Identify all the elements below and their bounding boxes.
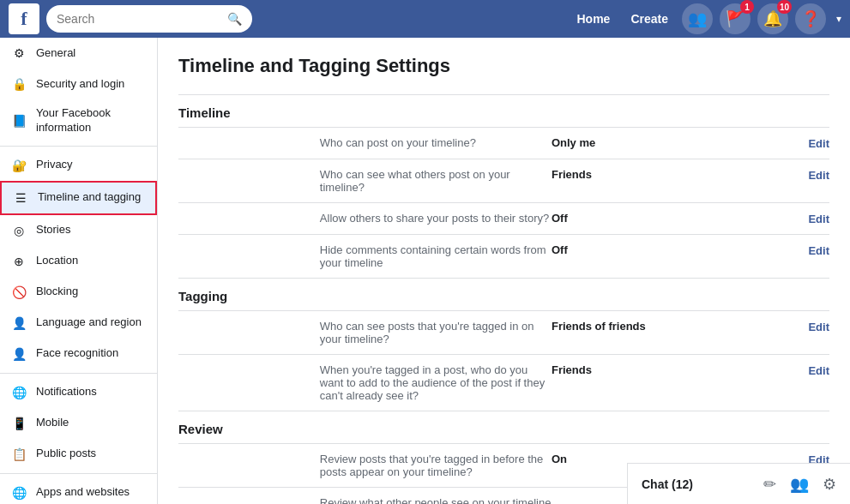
setting-value: Off	[552, 203, 691, 235]
sidebar-item-label: Privacy	[36, 158, 73, 172]
section-header-tagging: Tagging	[178, 279, 829, 311]
sidebar-item-blocking[interactable]: 🚫 Blocking	[0, 277, 157, 308]
setting-question: Review posts that you're tagged in befor…	[320, 444, 552, 488]
chat-people-icon[interactable]: 👥	[790, 475, 809, 494]
facebook-info-icon: 📘	[10, 112, 27, 129]
setting-action[interactable]: Edit	[691, 159, 829, 203]
help-icon-button[interactable]: ❓	[795, 3, 826, 34]
alerts-icon-button[interactable]: 🔔 10	[757, 3, 788, 34]
sidebar: ⚙ General 🔒 Security and login 📘 Your Fa…	[0, 38, 158, 504]
privacy-icon: 🔐	[10, 157, 27, 174]
people-icon: 👥	[688, 9, 707, 28]
setting-action[interactable]: Edit	[691, 355, 829, 411]
edit-link[interactable]: Edit	[808, 213, 829, 225]
chat-settings-icon[interactable]: ⚙	[823, 475, 836, 494]
sidebar-item-location[interactable]: ⊕ Location	[0, 246, 157, 277]
setting-value: Off	[552, 235, 691, 279]
main-content-area: Timeline and Tagging Settings Timeline W…	[158, 38, 850, 504]
blocking-icon: 🚫	[10, 284, 27, 301]
friends-icon-button[interactable]: 👥	[682, 3, 713, 34]
sidebar-item-stories[interactable]: ◎ Stories	[0, 215, 157, 246]
search-bar[interactable]: 🔍	[46, 5, 252, 33]
sidebar-item-label: General	[36, 46, 75, 61]
fb-f-letter: f	[21, 8, 27, 30]
sidebar-item-timeline-tagging[interactable]: ☰ Timeline and tagging	[0, 181, 157, 215]
sidebar-item-privacy[interactable]: 🔐 Privacy	[0, 150, 157, 181]
mobile-icon: 📱	[10, 415, 27, 432]
setting-action[interactable]: Edit	[691, 203, 829, 235]
sidebar-item-security-login[interactable]: 🔒 Security and login	[0, 69, 157, 99]
search-input[interactable]	[57, 12, 222, 26]
sidebar-item-apps-websites[interactable]: 🌐 Apps and websites	[0, 477, 157, 504]
setting-value: Only me	[552, 128, 691, 159]
sidebar-item-label: Blocking	[36, 285, 78, 299]
sidebar-item-face-recognition[interactable]: 👤 Face recognition	[0, 339, 157, 369]
edit-link[interactable]: Edit	[808, 169, 829, 182]
page-title: Timeline and Tagging Settings	[178, 55, 829, 77]
home-link[interactable]: Home	[570, 12, 618, 26]
setting-action[interactable]: Edit	[691, 311, 829, 355]
sidebar-item-public-posts[interactable]: 📋 Public posts	[0, 439, 157, 470]
setting-question: Review what other people see on your tim…	[320, 488, 552, 505]
location-icon: ⊕	[10, 253, 27, 270]
timeline-icon: ☰	[12, 189, 29, 207]
settings-table: Timeline Who can post on your timeline? …	[178, 94, 829, 504]
public-posts-icon: 📋	[10, 446, 27, 463]
edit-link[interactable]: Edit	[808, 137, 829, 150]
sidebar-item-label: Your Facebook information	[36, 106, 147, 135]
setting-action[interactable]: Edit	[691, 235, 829, 279]
sidebar-item-your-facebook[interactable]: 📘 Your Facebook information	[0, 99, 157, 142]
help-icon: ❓	[801, 9, 820, 28]
chat-bar: Chat (12) ✏ 👥 ⚙	[627, 463, 850, 504]
general-icon: ⚙	[10, 45, 27, 62]
language-icon: 👤	[10, 315, 27, 332]
setting-question: Hide comments containing certain words f…	[320, 235, 552, 279]
edit-link[interactable]: Edit	[808, 321, 829, 333]
setting-value: Friends	[552, 355, 691, 411]
sidebar-item-label: Public posts	[36, 447, 96, 461]
notifications-icon-button[interactable]: 🚩 1	[720, 3, 751, 34]
section-header-review: Review	[178, 411, 829, 444]
section-title-timeline: Timeline	[178, 95, 320, 128]
notifications-badge: 1	[740, 0, 754, 14]
edit-link[interactable]: Edit	[808, 364, 829, 377]
chat-title[interactable]: Chat (12)	[642, 477, 693, 491]
sidebar-item-mobile[interactable]: 📱 Mobile	[0, 408, 157, 439]
sidebar-item-label: Stories	[36, 223, 70, 237]
sidebar-item-notifications[interactable]: 🌐 Notifications	[0, 377, 157, 408]
table-row: Who can post on your timeline? Only me E…	[178, 128, 829, 159]
sidebar-item-language-region[interactable]: 👤 Language and region	[0, 308, 157, 339]
setting-question: Who can see posts that you're tagged in …	[320, 311, 552, 355]
main-layout: ⚙ General 🔒 Security and login 📘 Your Fa…	[0, 38, 850, 504]
sidebar-item-label: Timeline and tagging	[38, 190, 141, 205]
security-icon: 🔒	[10, 75, 27, 93]
setting-question: Allow others to share your posts to thei…	[320, 203, 552, 235]
sidebar-divider-3	[0, 473, 157, 474]
chat-edit-icon[interactable]: ✏	[763, 475, 776, 494]
sidebar-item-label: Apps and websites	[36, 485, 130, 500]
table-row: Hide comments containing certain words f…	[178, 235, 829, 279]
table-row: When you're tagged in a post, who do you…	[178, 355, 829, 411]
section-header-timeline: Timeline	[178, 95, 829, 128]
setting-question: Who can post on your timeline?	[320, 128, 552, 159]
edit-link[interactable]: Edit	[808, 244, 829, 257]
setting-question: When you're tagged in a post, who do you…	[320, 355, 552, 411]
sidebar-item-general[interactable]: ⚙ General	[0, 38, 157, 69]
top-navigation: f 🔍 Home Create 👥 🚩 1 🔔 10 ❓ ▾	[0, 0, 850, 38]
flag-icon: 🚩	[726, 9, 745, 28]
notifications-icon: 🌐	[10, 384, 27, 401]
sidebar-divider	[0, 146, 157, 147]
account-dropdown-arrow[interactable]: ▾	[836, 13, 841, 25]
sidebar-item-label: Face recognition	[36, 346, 118, 361]
stories-icon: ◎	[10, 222, 27, 239]
sidebar-item-label: Language and region	[36, 315, 142, 330]
search-icon: 🔍	[227, 12, 242, 26]
create-link[interactable]: Create	[624, 12, 675, 26]
face-icon: 👤	[10, 345, 27, 363]
setting-action[interactable]: Edit	[691, 128, 829, 159]
sidebar-divider-2	[0, 373, 157, 374]
section-title-review: Review	[178, 411, 320, 444]
sidebar-item-label: Location	[36, 254, 78, 268]
setting-question: Who can see what others post on your tim…	[320, 159, 552, 203]
setting-value: Friends	[552, 159, 691, 203]
